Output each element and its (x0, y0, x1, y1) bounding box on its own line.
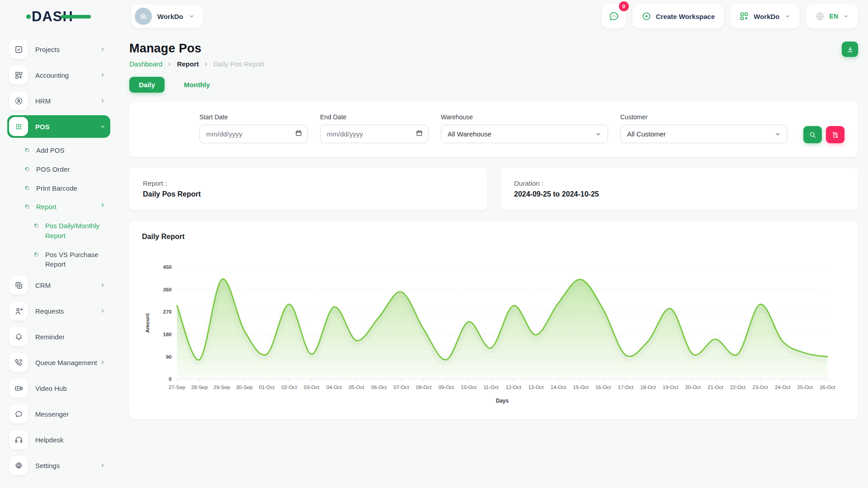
sidebar-item-projects[interactable]: Projects (7, 38, 110, 61)
svg-text:10-Oct: 10-Oct (461, 385, 476, 390)
chevron-down-icon (843, 13, 849, 19)
language-selector[interactable]: EN (806, 4, 858, 28)
start-date-label: Start Date (199, 113, 308, 121)
start-date-input[interactable] (199, 125, 308, 143)
tab-monthly[interactable]: Monthly (175, 77, 220, 93)
chevron-right-icon (167, 61, 172, 67)
breadcrumb: Dashboard Report Daily Pos Report (129, 60, 264, 68)
svg-text:90: 90 (166, 354, 172, 360)
svg-text:09-Oct: 09-Oct (439, 385, 454, 390)
brand-logo[interactable]: DASH (0, 7, 118, 25)
svg-text:0: 0 (169, 376, 171, 382)
video-camera-icon (9, 379, 28, 398)
sidebar-item-queue-management[interactable]: Queue Management (7, 351, 110, 374)
svg-text:29-Sep: 29-Sep (213, 385, 230, 390)
end-date-input[interactable] (320, 125, 429, 143)
chart-title: Daily Report (142, 233, 845, 241)
svg-text:27-Sep: 27-Sep (169, 385, 185, 390)
chevron-right-icon (99, 359, 106, 366)
customer-field: Customer All Customer (620, 113, 788, 143)
warehouse-label: Warehouse (441, 113, 608, 121)
warehouse-select[interactable]: All Warehouse (441, 125, 608, 143)
gear-icon (9, 456, 28, 475)
tab-daily[interactable]: Daily (129, 77, 165, 93)
svg-text:180: 180 (163, 332, 172, 337)
donut-icon (33, 251, 40, 259)
sidebar-item-pos-daily-monthly-report[interactable]: Pos Daily/Monthly Report (7, 216, 110, 245)
svg-text:270: 270 (163, 309, 172, 314)
sidebar-item-add-pos[interactable]: Add POS (7, 141, 110, 160)
svg-text:11-Oct: 11-Oct (483, 385, 499, 390)
workspace-switcher[interactable]: WorkDo (131, 5, 203, 28)
chevron-right-icon (99, 72, 106, 78)
daily-report-area-chart[interactable]: 09018027036045027-Sep28-Sep29-Sep30-Sep0… (142, 256, 845, 409)
chat-bubble-icon (608, 10, 620, 22)
sidebar-item-helpdesk[interactable]: Helpdesk (7, 428, 110, 451)
chevron-down-icon (595, 131, 601, 137)
svg-text:19-Oct: 19-Oct (663, 385, 679, 390)
svg-text:360: 360 (163, 287, 172, 292)
sidebar: Projects Accounting HRM POS Add POS POS … (0, 33, 118, 488)
sidebar-item-messenger[interactable]: Messenger (7, 403, 110, 425)
svg-text:01-Oct: 01-Oct (259, 385, 275, 390)
search-button[interactable] (803, 126, 822, 143)
chevron-down-icon (784, 13, 791, 19)
sidebar-item-crm[interactable]: CRM (7, 274, 110, 296)
sidebar-item-pos[interactable]: POS (7, 115, 110, 138)
download-icon (846, 46, 854, 53)
sidebar-item-pos-order[interactable]: POS Order (7, 160, 110, 179)
building-icon (138, 11, 148, 21)
globe-icon (815, 11, 825, 21)
sidebar-item-pos-vs-purchase-report[interactable]: Pos VS Purchase Report (7, 245, 110, 274)
chevron-right-icon (99, 46, 106, 52)
page-title: Manage Pos (129, 42, 264, 56)
sidebar-item-accounting[interactable]: Accounting (7, 64, 110, 86)
sidebar-item-video-hub[interactable]: Video Hub (7, 377, 110, 399)
donut-icon (24, 166, 31, 174)
svg-text:21-Oct: 21-Oct (708, 385, 723, 390)
grid-plus-icon (9, 66, 28, 84)
start-date-field: Start Date (199, 113, 308, 143)
sidebar-item-requests[interactable]: Requests (7, 300, 110, 322)
svg-text:20-Oct: 20-Oct (685, 385, 701, 390)
svg-text:04-Oct: 04-Oct (326, 385, 342, 390)
svg-text:13-Oct: 13-Oct (528, 385, 544, 390)
dots-grid-icon (9, 117, 28, 136)
svg-text:14-Oct: 14-Oct (551, 385, 566, 390)
user-dashed-circle-icon (9, 91, 28, 110)
create-workspace-button[interactable]: Create Workspace (632, 4, 724, 28)
svg-text:18-Oct: 18-Oct (640, 385, 656, 390)
svg-text:28-Sep: 28-Sep (191, 385, 208, 390)
chat-bubble-icon (9, 404, 28, 423)
sidebar-item-hrm[interactable]: HRM (7, 89, 110, 112)
search-icon (809, 131, 816, 139)
sidebar-item-print-barcode[interactable]: Print Barcode (7, 179, 110, 198)
download-button[interactable] (842, 42, 858, 57)
sidebar-item-reminder[interactable]: Reminder (7, 325, 110, 348)
grid-plus-icon (739, 11, 749, 21)
workspace-menu-button[interactable]: WorkDo (730, 4, 799, 28)
chevron-down-icon (189, 13, 195, 19)
svg-text:06-Oct: 06-Oct (371, 385, 387, 390)
breadcrumb-dashboard[interactable]: Dashboard (129, 60, 162, 68)
messages-button[interactable]: 0 (602, 4, 626, 28)
svg-text:17-Oct: 17-Oct (618, 385, 634, 390)
sidebar-item-settings[interactable]: Settings (7, 454, 110, 477)
checkbox-icon (9, 40, 28, 59)
svg-text:24-Oct: 24-Oct (775, 385, 791, 390)
bell-icon (9, 327, 28, 346)
svg-text:03-Oct: 03-Oct (304, 385, 320, 390)
chevron-right-icon (99, 202, 106, 208)
end-date-label: End Date (320, 113, 429, 121)
reset-button[interactable] (826, 126, 844, 143)
svg-text:30-Sep: 30-Sep (236, 385, 253, 390)
chevron-right-icon (99, 308, 106, 314)
sidebar-item-report[interactable]: Report (7, 197, 110, 216)
workspace-name: WorkDo (157, 13, 183, 20)
chevron-right-icon (203, 61, 209, 67)
svg-text:25-Oct: 25-Oct (797, 385, 813, 390)
report-label: Report : (143, 179, 473, 187)
end-date-field: End Date (320, 113, 429, 143)
customer-select[interactable]: All Customer (620, 125, 788, 143)
filter-card: Start Date End Date Warehous (129, 102, 858, 157)
